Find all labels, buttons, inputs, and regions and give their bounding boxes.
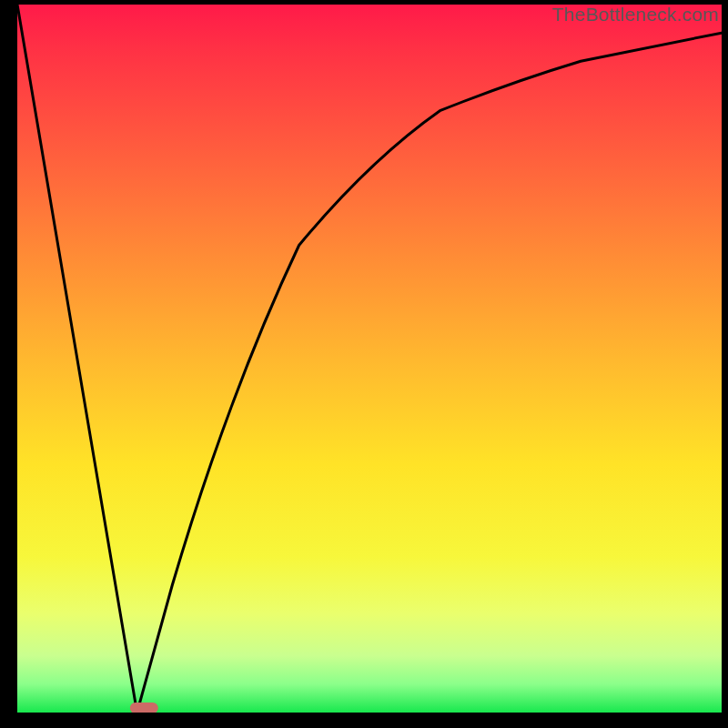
chart-svg <box>17 5 722 713</box>
plot-area <box>17 5 722 713</box>
bottleneck-curve <box>17 5 722 713</box>
minimum-marker <box>130 703 158 713</box>
chart-frame: TheBottleneck.com <box>0 0 728 728</box>
